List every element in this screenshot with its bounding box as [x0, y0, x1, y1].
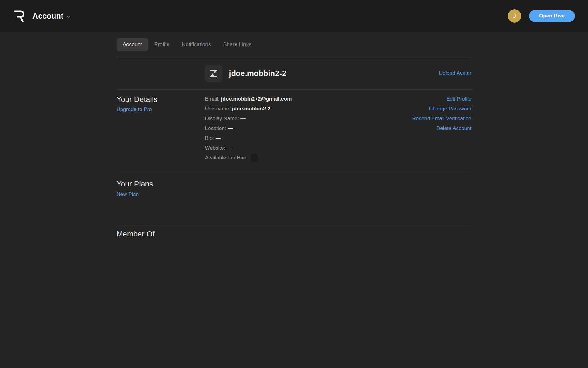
member-of-heading: Member Of	[117, 229, 472, 239]
tab-notifications[interactable]: Notifications	[175, 38, 217, 51]
username-display: jdoe.mobbin2-2	[229, 69, 287, 78]
tab-profile[interactable]: Profile	[148, 38, 176, 51]
tab-bar: Account Profile Notifications Share Link…	[117, 38, 472, 51]
open-rive-button[interactable]: Open Rive	[529, 10, 575, 22]
account-content: Account Profile Notifications Share Link…	[117, 38, 472, 251]
page-title: Account	[32, 12, 63, 21]
rive-logo[interactable]	[13, 9, 25, 23]
details-left-column: Your Details Upgrade to Pro	[117, 94, 205, 163]
website-value: —	[227, 143, 232, 153]
bio-label: Bio:	[205, 133, 214, 143]
detail-row-available-for-hire: Available For Hire:	[205, 153, 412, 163]
rive-logo-icon	[13, 9, 25, 23]
bio-value: —	[216, 133, 221, 143]
available-for-hire-label: Available For Hire:	[205, 153, 248, 163]
top-bar-right: J Open Rive	[508, 9, 575, 23]
your-plans-heading: Your Plans	[117, 179, 472, 189]
detail-row-display-name: Display Name: —	[205, 114, 412, 124]
delete-account-link[interactable]: Delete Account	[412, 124, 472, 133]
edit-profile-link[interactable]: Edit Profile	[412, 94, 472, 104]
top-bar: Account J Open Rive	[0, 0, 588, 32]
tab-share-links[interactable]: Share Links	[217, 38, 258, 51]
chevron-down-icon	[66, 16, 70, 18]
your-details-section: Your Details Upgrade to Pro Email: jdoe.…	[117, 90, 472, 174]
change-password-link[interactable]: Change Password	[412, 104, 472, 114]
available-for-hire-checkbox[interactable]	[251, 154, 258, 162]
avatar-placeholder[interactable]	[205, 65, 222, 82]
page-title-dropdown[interactable]: Account	[32, 12, 70, 21]
location-value: —	[228, 124, 233, 133]
email-value: jdoe.mobbin2+2@gmail.com	[221, 94, 292, 104]
your-details-heading: Your Details	[117, 94, 205, 104]
detail-row-email: Email: jdoe.mobbin2+2@gmail.com	[205, 94, 412, 104]
top-bar-left: Account	[13, 9, 70, 23]
detail-row-username: Username: jdoe.mobbin2-2	[205, 104, 412, 114]
detail-row-website: Website: —	[205, 143, 412, 153]
username-value: jdoe.mobbin2-2	[232, 104, 271, 114]
username-label: Username:	[205, 104, 231, 114]
detail-row-bio: Bio: —	[205, 133, 412, 143]
upload-avatar-link[interactable]: Upload Avatar	[439, 70, 471, 76]
email-label: Email:	[205, 94, 220, 104]
display-name-label: Display Name:	[205, 114, 239, 124]
resend-email-verification-link[interactable]: Resend Email Verification	[412, 114, 472, 124]
new-plan-link[interactable]: New Plan	[117, 190, 139, 199]
details-list: Email: jdoe.mobbin2+2@gmail.com Username…	[205, 94, 412, 163]
display-name-value: —	[240, 114, 246, 124]
image-icon	[209, 69, 218, 78]
website-label: Website:	[205, 143, 225, 153]
your-plans-section: Your Plans New Plan	[117, 174, 472, 224]
account-page: { "header": { "title": "Account", "avata…	[0, 0, 588, 368]
upgrade-to-pro-link[interactable]: Upgrade to Pro	[117, 105, 152, 114]
avatar-section: jdoe.mobbin2-2 Upload Avatar	[117, 57, 472, 89]
user-avatar[interactable]: J	[508, 9, 521, 23]
location-label: Location:	[205, 124, 226, 133]
detail-row-location: Location: —	[205, 124, 412, 133]
details-actions-column: Edit Profile Change Password Resend Emai…	[412, 94, 472, 163]
tab-account[interactable]: Account	[117, 38, 148, 51]
member-of-section: Member Of	[117, 224, 472, 251]
